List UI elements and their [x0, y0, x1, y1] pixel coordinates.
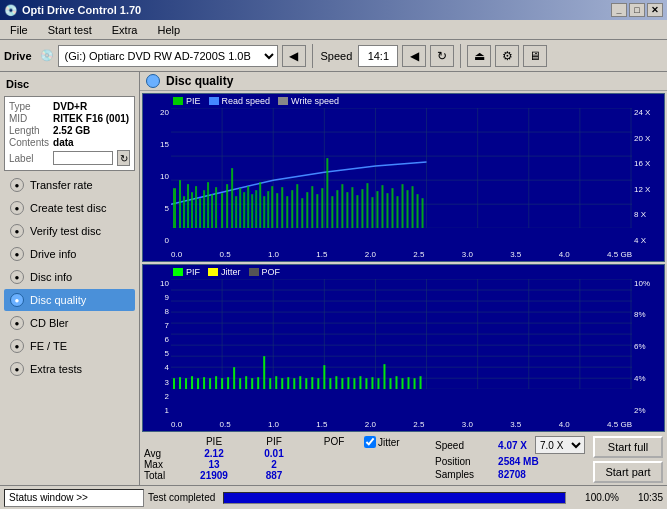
refresh-button[interactable]: ↻ [430, 45, 454, 67]
close-button[interactable]: ✕ [647, 3, 663, 17]
svg-rect-39 [276, 193, 278, 228]
svg-rect-29 [235, 196, 237, 228]
status-bar: Status window >> Test completed 100.0% 1… [0, 485, 667, 509]
drive-prev-button[interactable]: ◀ [282, 45, 306, 67]
info-button[interactable]: 🖥 [523, 45, 547, 67]
minimize-button[interactable]: _ [611, 3, 627, 17]
speed-label: Speed [321, 50, 353, 62]
toolbar-divider-1 [312, 44, 313, 68]
svg-rect-50 [331, 196, 333, 228]
nav-icon-transfer-rate: ● [10, 178, 24, 192]
svg-rect-66 [412, 186, 414, 228]
total-pof [304, 470, 364, 481]
svg-rect-58 [371, 197, 373, 228]
stats-row: PIE PIF POF Jitter Avg 2.12 0.01 Max [140, 434, 667, 485]
menu-file[interactable]: File [4, 22, 34, 38]
progress-bar-fill [224, 493, 565, 503]
status-window-button[interactable]: Status window >> [4, 489, 144, 507]
svg-rect-64 [402, 184, 404, 228]
menu-help[interactable]: Help [151, 22, 186, 38]
sidebar-item-disc-quality[interactable]: ●Disc quality [4, 289, 135, 311]
start-full-button[interactable]: Start full [593, 436, 663, 458]
nav-label-disc-quality: Disc quality [30, 294, 86, 306]
sidebar-item-drive-info[interactable]: ●Drive info [4, 243, 135, 265]
svg-rect-37 [267, 191, 269, 228]
avg-pof [304, 448, 364, 459]
svg-rect-113 [317, 378, 319, 389]
svg-rect-60 [381, 185, 383, 228]
jitter-checkbox[interactable] [364, 436, 376, 448]
svg-rect-68 [422, 198, 424, 228]
svg-rect-44 [301, 198, 303, 228]
svg-rect-121 [365, 378, 367, 389]
svg-rect-106 [275, 376, 277, 389]
svg-rect-101 [245, 376, 247, 389]
eject-button[interactable]: ⏏ [467, 45, 491, 67]
svg-rect-49 [326, 158, 328, 228]
stats-avg-row: Avg 2.12 0.01 [144, 448, 421, 459]
sidebar-item-fe-te[interactable]: ●FE / TE [4, 335, 135, 357]
label-input[interactable] [53, 151, 113, 165]
svg-rect-100 [239, 378, 241, 389]
svg-rect-125 [389, 378, 391, 389]
svg-rect-56 [361, 189, 363, 228]
length-value: 2.52 GB [53, 125, 90, 136]
svg-rect-91 [185, 378, 187, 389]
svg-rect-35 [259, 182, 261, 228]
max-pie: 13 [184, 459, 244, 470]
drive-select[interactable]: (Gi:) Optiarc DVD RW AD-7200S 1.0B [58, 45, 278, 67]
legend-pif: PIF [186, 267, 200, 277]
svg-rect-32 [247, 186, 249, 228]
svg-rect-59 [376, 191, 378, 228]
sidebar-item-extra-tests[interactable]: ●Extra tests [4, 358, 135, 380]
nav-icon-fe-te: ● [10, 339, 24, 353]
speed-down-button[interactable]: ◀ [402, 45, 426, 67]
settings-button[interactable]: ⚙ [495, 45, 519, 67]
svg-rect-21 [199, 198, 201, 228]
sidebar-item-transfer-rate[interactable]: ●Transfer rate [4, 174, 135, 196]
svg-rect-126 [395, 376, 397, 389]
svg-rect-65 [407, 190, 409, 228]
chart1-x-axis: 0.0 0.5 1.0 1.5 2.0 2.5 3.0 3.5 4.0 4.5 … [171, 250, 632, 259]
menu-start-test[interactable]: Start test [42, 22, 98, 38]
svg-rect-28 [231, 168, 233, 228]
svg-rect-42 [291, 190, 293, 228]
svg-rect-55 [356, 195, 358, 228]
svg-rect-117 [341, 378, 343, 389]
position-label: Position [435, 456, 490, 467]
app-title: Opti Drive Control 1.70 [22, 4, 141, 16]
menu-extra[interactable]: Extra [106, 22, 144, 38]
sidebar-item-create-test-disc[interactable]: ●Create test disc [4, 197, 135, 219]
svg-rect-130 [420, 376, 422, 389]
svg-rect-15 [173, 188, 176, 228]
nav-icon-verify-test-disc: ● [10, 224, 24, 238]
speed-stat-label: Speed [435, 440, 490, 451]
svg-rect-51 [336, 190, 338, 228]
nav-icon-disc-info: ● [10, 270, 24, 284]
svg-rect-110 [299, 376, 301, 389]
svg-rect-24 [211, 194, 213, 228]
samples-value: 82708 [498, 469, 526, 480]
app-icon: 💿 [4, 4, 18, 17]
sidebar-item-cd-bler[interactable]: ●CD Bler [4, 312, 135, 334]
svg-rect-120 [359, 376, 361, 389]
disc-info-box: Type DVD+R MID RITEK F16 (001) Length 2.… [4, 96, 135, 171]
main-layout: Disc Type DVD+R MID RITEK F16 (001) Leng… [0, 72, 667, 485]
stats-total-row: Total 21909 887 [144, 470, 421, 481]
svg-rect-52 [341, 184, 343, 228]
total-pie: 21909 [184, 470, 244, 481]
svg-rect-99 [233, 367, 235, 389]
sidebar-item-disc-info[interactable]: ●Disc info [4, 266, 135, 288]
svg-rect-104 [263, 356, 265, 389]
pie-chart: PIE Read speed Write speed 20 15 10 5 0 … [142, 93, 665, 262]
svg-rect-118 [347, 377, 349, 389]
sidebar-item-verify-test-disc[interactable]: ●Verify test disc [4, 220, 135, 242]
start-part-button[interactable]: Start part [593, 461, 663, 483]
speed-select[interactable]: 7.0 X 4.0 X 2.0 X 1.0 X [535, 436, 585, 454]
maximize-button[interactable]: □ [629, 3, 645, 17]
svg-rect-92 [191, 376, 193, 389]
speed-stat-value: 4.07 X [498, 440, 527, 451]
legend-pie: PIE [186, 96, 201, 106]
chart1-y-axis-right: 24 X 20 X 16 X 12 X 8 X 4 X [632, 108, 664, 245]
label-refresh-button[interactable]: ↻ [117, 150, 130, 166]
